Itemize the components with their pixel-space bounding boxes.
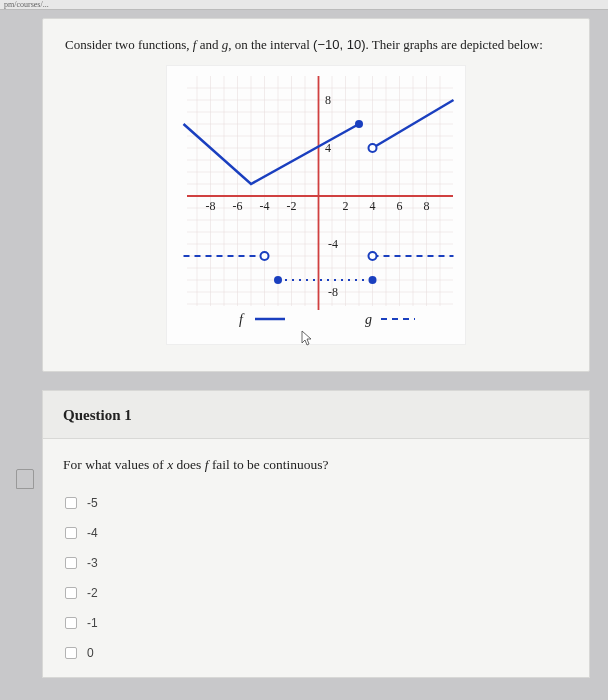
legend-f-label: f (239, 312, 245, 327)
xtick: 6 (397, 199, 403, 213)
question-prompt: For what values of x does f fail to be c… (63, 457, 569, 473)
svg-point-43 (261, 252, 269, 260)
ytick: 8 (325, 93, 331, 107)
browser-url-fragment: pm/courses/... (0, 0, 608, 10)
cursor-icon (302, 331, 311, 345)
option-row[interactable]: -4 (63, 519, 569, 547)
legend-g-label: g (365, 312, 372, 327)
option-label: -2 (87, 586, 98, 600)
text: , on the interval (228, 37, 313, 52)
svg-point-45 (369, 276, 377, 284)
question-card: Question 1 For what values of x does f f… (42, 390, 590, 678)
text: and (196, 37, 221, 52)
svg-point-44 (274, 276, 282, 284)
page-tab-icon (16, 469, 34, 489)
option-row[interactable]: -2 (63, 579, 569, 607)
text: fail to be continuous? (209, 457, 329, 472)
checkbox-icon[interactable] (65, 647, 77, 659)
option-label: -1 (87, 616, 98, 630)
problem-statement: Consider two functions, f and g, on the … (65, 37, 567, 53)
option-label: -4 (87, 526, 98, 540)
functions-chart: -8 -6 -4 -2 2 4 6 8 8 4 -4 -8 (166, 65, 466, 345)
problem-statement-card: Consider two functions, f and g, on the … (42, 18, 590, 372)
option-label: -5 (87, 496, 98, 510)
xtick: -2 (287, 199, 297, 213)
xtick: -8 (206, 199, 216, 213)
ytick: -8 (328, 285, 338, 299)
option-row[interactable]: -1 (63, 609, 569, 637)
checkbox-icon[interactable] (65, 557, 77, 569)
text: . Their graphs are depicted below: (365, 37, 542, 52)
option-row[interactable]: -5 (63, 489, 569, 517)
option-label: 0 (87, 646, 94, 660)
xtick: -4 (260, 199, 270, 213)
option-label: -3 (87, 556, 98, 570)
xtick: 4 (370, 199, 376, 213)
ytick: -4 (328, 237, 338, 251)
answer-options: -5 -4 -3 -2 -1 0 (63, 489, 569, 667)
svg-point-38 (355, 120, 363, 128)
checkbox-icon[interactable] (65, 617, 77, 629)
chart-container: -8 -6 -4 -2 2 4 6 8 8 4 -4 -8 (65, 65, 567, 345)
option-row[interactable]: -3 (63, 549, 569, 577)
svg-point-39 (369, 144, 377, 152)
checkbox-icon[interactable] (65, 527, 77, 539)
svg-point-46 (369, 252, 377, 260)
xtick: 2 (343, 199, 349, 213)
question-title: Question 1 (43, 391, 589, 439)
interval: (−10, 10) (313, 37, 365, 52)
option-row[interactable]: 0 (63, 639, 569, 667)
xtick: 8 (424, 199, 430, 213)
text: does (173, 457, 205, 472)
xtick: -6 (233, 199, 243, 213)
checkbox-icon[interactable] (65, 497, 77, 509)
text: For what values of (63, 457, 167, 472)
checkbox-icon[interactable] (65, 587, 77, 599)
text: Consider two functions, (65, 37, 193, 52)
